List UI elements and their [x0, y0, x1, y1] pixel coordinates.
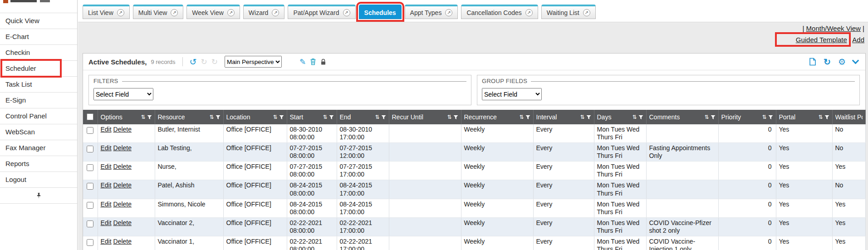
delete-link[interactable]: Delete [113, 201, 132, 208]
row-checkbox[interactable] [87, 202, 93, 209]
tab-popout-icon[interactable]: ↗ [525, 9, 533, 16]
column-header-resource[interactable]: Resource⇅ [155, 110, 223, 124]
sidebar-item-webscan[interactable]: WebScan [0, 124, 77, 140]
delete-link[interactable]: Delete [113, 163, 132, 170]
delete-perspective-button[interactable] [310, 58, 316, 65]
filter-icon[interactable] [586, 115, 591, 120]
sort-icon[interactable]: ⇅ [141, 114, 145, 120]
lock-perspective-button[interactable] [320, 59, 326, 65]
tab-pat-appt-wizard[interactable]: Pat/Appt Wizard↗ [288, 5, 355, 19]
column-header-end[interactable]: End⇅ [337, 110, 389, 124]
row-checkbox[interactable] [87, 221, 93, 227]
edit-link[interactable]: Edit [101, 126, 112, 133]
delete-link[interactable]: Delete [113, 181, 132, 189]
tab-popout-icon[interactable]: ↗ [227, 9, 235, 16]
sidebar-item-logout[interactable]: Logout [0, 172, 77, 188]
column-header-days[interactable]: Days⇅ [594, 110, 646, 124]
sidebar-item-quick-view[interactable]: Quick View [0, 13, 77, 29]
tab-list-view[interactable]: List View↗ [83, 5, 130, 19]
edit-link[interactable]: Edit [101, 181, 112, 189]
delete-link[interactable]: Delete [113, 144, 132, 152]
column-header-recurrence[interactable]: Recurrence⇅ [461, 110, 533, 124]
tab-appt-types[interactable]: Appt Types↗ [405, 5, 458, 19]
filter-icon[interactable] [279, 115, 284, 120]
collapse-button[interactable] [853, 61, 858, 63]
tab-week-view[interactable]: Week View↗ [186, 5, 240, 19]
edit-link[interactable]: Edit [101, 238, 112, 245]
delete-link[interactable]: Delete [113, 126, 132, 133]
sidebar-item-reports[interactable]: Reports [0, 156, 77, 172]
tab-wizard[interactable]: Wizard↗ [243, 5, 285, 19]
sort-icon[interactable]: ⇅ [704, 114, 709, 120]
sort-icon[interactable]: ⇅ [762, 114, 766, 120]
column-header-portal[interactable]: Portal⇅ [776, 110, 832, 124]
column-header-waitlist-po[interactable]: Waitlist Po⇅ [832, 110, 865, 124]
edit-perspective-button[interactable]: ✎ [286, 58, 306, 66]
sort-icon[interactable]: ⇅ [519, 114, 524, 120]
filter-icon[interactable] [768, 115, 773, 120]
settings-button[interactable]: ⚙ [838, 58, 846, 66]
filter-icon[interactable] [711, 115, 716, 120]
filter-icon[interactable] [147, 115, 152, 120]
filter-icon[interactable] [216, 115, 221, 120]
row-checkbox[interactable] [87, 127, 93, 134]
delete-link[interactable]: Delete [113, 219, 132, 226]
sidebar-item-e-sign[interactable]: E-Sign [0, 93, 77, 108]
tab-popout-icon[interactable]: ↗ [583, 9, 590, 16]
tab-popout-icon[interactable]: ↗ [171, 9, 178, 16]
sort-icon[interactable]: ⇅ [580, 114, 584, 120]
column-header-priority[interactable]: Priority⇅ [718, 110, 776, 124]
filter-icon[interactable] [525, 115, 530, 120]
filters-field-select[interactable]: Select Field [93, 88, 153, 100]
edit-link[interactable]: Edit [101, 219, 112, 226]
column-header-comments[interactable]: Comments⇅ [646, 110, 718, 124]
tab-popout-icon[interactable]: ↗ [117, 9, 124, 16]
row-checkbox[interactable] [87, 239, 93, 246]
column-header-recur-until[interactable]: Recur Until⇅ [389, 110, 461, 124]
sidebar-item-e-chart[interactable]: E-Chart [0, 29, 77, 45]
new-record-button[interactable] [809, 58, 816, 66]
sort-icon[interactable]: ⇅ [375, 114, 379, 120]
group-fields-select[interactable]: Select Field [482, 88, 542, 100]
column-header-location[interactable]: Location⇅ [223, 110, 287, 124]
history-button-disabled[interactable]: ↻ [211, 58, 218, 66]
sidebar-item-task-list[interactable]: Task List [0, 77, 77, 93]
tab-waiting-list[interactable]: Waiting List↗ [541, 5, 596, 19]
sidebar-item-scheduler[interactable]: Scheduler [0, 61, 77, 77]
row-checkbox[interactable] [87, 146, 93, 152]
column-header-options[interactable]: Options⇅ [98, 110, 155, 124]
undo-button[interactable]: ↺ [190, 58, 197, 66]
tab-schedules[interactable]: Schedules [359, 5, 402, 19]
sidebar-item-control-panel[interactable]: Control Panel [0, 108, 77, 124]
edit-link[interactable]: Edit [101, 144, 112, 152]
guided-template-link[interactable]: Guided Template [796, 36, 847, 44]
refresh-button[interactable]: ↻ [824, 58, 831, 66]
row-checkbox[interactable] [87, 164, 93, 171]
filter-icon[interactable] [638, 115, 643, 120]
sort-icon[interactable]: ⇅ [447, 114, 451, 120]
filter-icon[interactable] [329, 115, 334, 120]
add-link[interactable]: Add [852, 36, 864, 44]
filter-icon[interactable] [824, 115, 829, 120]
filter-icon[interactable] [381, 115, 386, 120]
tab-cancellation-codes[interactable]: Cancellation Codes↗ [461, 5, 538, 19]
row-checkbox[interactable] [87, 183, 93, 190]
tab-popout-icon[interactable]: ↗ [445, 9, 452, 16]
edit-link[interactable]: Edit [101, 163, 112, 170]
sort-icon[interactable]: ⇅ [323, 114, 327, 120]
sort-icon[interactable]: ⇅ [209, 114, 214, 120]
redo-button-disabled[interactable]: ↻ [201, 58, 207, 66]
tab-popout-icon[interactable]: ↗ [343, 9, 350, 16]
sidebar-item-checkin[interactable]: Checkin [0, 45, 77, 61]
sidebar-pin-button[interactable] [0, 188, 77, 204]
edit-link[interactable]: Edit [101, 201, 112, 208]
column-header-start[interactable]: Start⇅ [287, 110, 337, 124]
perspective-select[interactable]: Main Perspective [225, 56, 282, 68]
sort-icon[interactable]: ⇅ [273, 114, 277, 120]
month-week-view-link[interactable]: Month/Week View [806, 25, 861, 32]
tab-popout-icon[interactable]: ↗ [272, 9, 279, 16]
column-header-interval[interactable]: Interval⇅ [533, 110, 594, 124]
sort-icon[interactable]: ⇅ [632, 114, 637, 120]
sidebar-item-fax-manager[interactable]: Fax Manager [0, 140, 77, 156]
filter-icon[interactable] [453, 115, 458, 120]
